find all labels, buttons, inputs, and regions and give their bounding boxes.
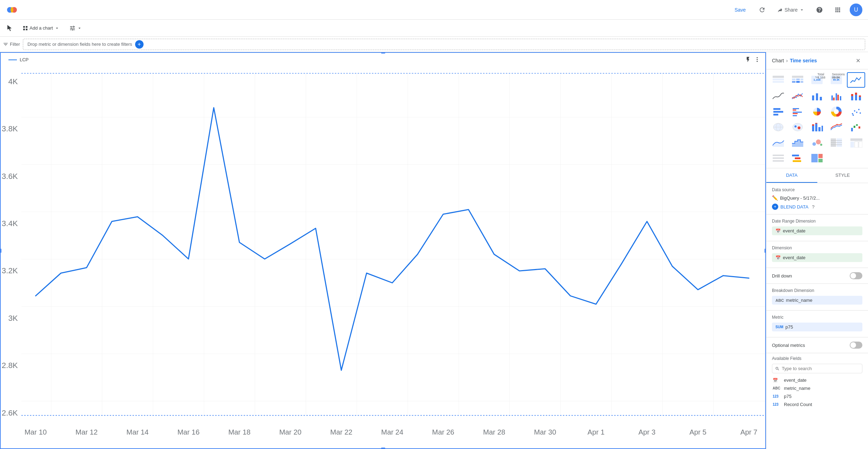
svg-text:Apr 3: Apr 3 <box>639 428 655 436</box>
svg-rect-37 <box>773 79 784 80</box>
tab-style[interactable]: STYLE <box>817 168 868 183</box>
chart-type-multi-horiz-bar[interactable] <box>788 105 806 119</box>
field-event-date[interactable]: 📅 event_date <box>772 376 862 384</box>
chart-handle-bottom[interactable] <box>381 448 385 449</box>
chart-handle-left[interactable] <box>0 249 1 253</box>
chart-type-pie[interactable] <box>808 105 826 119</box>
svg-text:3.8K: 3.8K <box>2 124 18 133</box>
data-source-name[interactable]: BigQuery - 5/17/2... <box>780 195 820 201</box>
chart-type-geo[interactable] <box>769 120 787 134</box>
add-chart-button[interactable]: Add a chart <box>19 23 63 33</box>
chart-type-list[interactable] <box>769 151 787 165</box>
cal-icon: 📅 <box>773 378 781 383</box>
chart-type-smooth-line[interactable] <box>769 89 787 103</box>
chart-svg: 4K 3.8K 3.6K 3.4K 3.2K 3K 2.8K 2.6K Mar … <box>0 70 766 449</box>
chart-type-table-heat[interactable] <box>788 72 806 88</box>
dimension-field-pill[interactable]: 📅 event_date <box>772 253 862 262</box>
chart-handle-right[interactable] <box>765 249 766 253</box>
chart-type-multibar[interactable] <box>828 89 845 103</box>
cursor-tool[interactable] <box>3 23 16 33</box>
field-p75[interactable]: 123 p75 <box>772 392 862 400</box>
chart-type-scorecard-sessions[interactable]: Sessions69.3K 69.3KSessions <box>828 72 845 88</box>
svg-rect-41 <box>796 79 800 80</box>
breakdown-field-pill[interactable]: ABC metric_name <box>772 296 862 305</box>
chart-type-table2[interactable] <box>828 136 845 150</box>
panel-header: Chart › Time series <box>766 52 868 69</box>
svg-point-81 <box>853 114 854 116</box>
svg-point-98 <box>812 142 816 146</box>
chart-type-area-bar[interactable] <box>808 120 826 134</box>
field-record-count[interactable]: 123 Record Count <box>772 400 862 409</box>
date-range-field-pill[interactable]: 📅 event_date <box>772 226 862 235</box>
field-metric-name[interactable]: ABC metric_name <box>772 384 862 392</box>
svg-rect-39 <box>792 76 803 78</box>
share-button[interactable]: Share <box>774 5 807 15</box>
chart-type-waterfall[interactable] <box>847 120 865 134</box>
svg-point-86 <box>794 125 797 127</box>
chart-type-scorecard[interactable]: Total1,168 1,168Total <box>808 72 826 88</box>
chart-handle-top[interactable] <box>381 52 385 54</box>
field-name-p75: p75 <box>784 394 792 399</box>
svg-rect-52 <box>812 95 814 100</box>
chart-lightning-button[interactable] <box>745 56 751 63</box>
chart-more-button[interactable] <box>754 56 760 63</box>
chart-type-bar[interactable] <box>808 89 826 103</box>
chart-type-area-line[interactable] <box>769 136 787 150</box>
search-field-container <box>772 364 862 373</box>
svg-point-8 <box>757 59 758 60</box>
chart-type-stacked-area[interactable] <box>828 120 845 134</box>
panel-close-button[interactable] <box>854 56 862 65</box>
svg-point-9 <box>757 61 758 62</box>
help-button[interactable] <box>813 4 826 16</box>
chart-type-table[interactable] <box>769 72 787 88</box>
field-name-event-date: event_date <box>784 378 806 383</box>
svg-text:3K: 3K <box>8 314 18 323</box>
refresh-button[interactable] <box>756 4 768 16</box>
chart-type-stacked-bar[interactable] <box>847 89 865 103</box>
chart-type-donut[interactable] <box>828 105 845 119</box>
data-source-row: ✏️ BigQuery - 5/17/2... <box>772 195 862 201</box>
main-content: LCP 4K 3.8K <box>0 52 868 449</box>
svg-rect-106 <box>850 138 862 141</box>
add-control-button[interactable] <box>66 23 85 33</box>
apps-button[interactable] <box>831 4 844 16</box>
svg-text:3.6K: 3.6K <box>2 172 18 181</box>
filter-drop-zone[interactable]: Drop metric or dimension fields here to … <box>23 39 865 50</box>
svg-rect-91 <box>815 123 817 124</box>
chart-type-horiz-bar[interactable] <box>769 105 787 119</box>
optional-toggle[interactable] <box>850 342 862 349</box>
svg-text:Apr 7: Apr 7 <box>740 428 757 436</box>
chart-type-stepped-area[interactable] <box>788 136 806 150</box>
chart-type-scatter[interactable] <box>847 105 865 119</box>
blend-help-icon: ? <box>812 204 815 210</box>
svg-rect-108 <box>855 142 858 148</box>
tab-data[interactable]: DATA <box>766 168 817 183</box>
svg-point-78 <box>856 112 857 113</box>
chart-type-pivot[interactable] <box>847 136 865 150</box>
chart-type-bubble[interactable] <box>808 136 826 150</box>
svg-rect-66 <box>773 108 780 110</box>
filter-add-button[interactable]: + <box>135 40 144 49</box>
chart-legend: LCP <box>8 57 28 62</box>
dimension-label: Dimension <box>772 245 862 250</box>
search-input[interactable] <box>782 366 859 371</box>
metric-section: Metric SUM p75 <box>766 311 868 337</box>
drill-label: Drill down <box>772 273 792 279</box>
chart-type-geo2[interactable] <box>788 120 806 134</box>
chart-type-grid: Total1,168 1,168Total Sessions69.3K 69.3… <box>766 69 868 168</box>
optional-toggle-knob <box>850 342 856 348</box>
save-button[interactable]: Save <box>730 5 750 15</box>
chart-type-treemap[interactable] <box>808 151 826 165</box>
chart-type-multiline[interactable] <box>788 89 806 103</box>
blend-row[interactable]: + BLEND DATA ? <box>772 204 862 210</box>
chart-type-gantt[interactable] <box>788 151 806 165</box>
svg-rect-59 <box>840 96 841 100</box>
metric-field-pill[interactable]: SUM p75 <box>772 323 862 331</box>
svg-rect-45 <box>800 81 803 83</box>
chart-type-timeseries[interactable] <box>847 72 865 88</box>
drill-toggle[interactable] <box>850 272 862 279</box>
svg-text:Mar 28: Mar 28 <box>483 428 505 436</box>
svg-rect-55 <box>831 95 833 100</box>
svg-text:Mar 20: Mar 20 <box>279 428 302 436</box>
svg-text:Mar 30: Mar 30 <box>534 428 556 436</box>
